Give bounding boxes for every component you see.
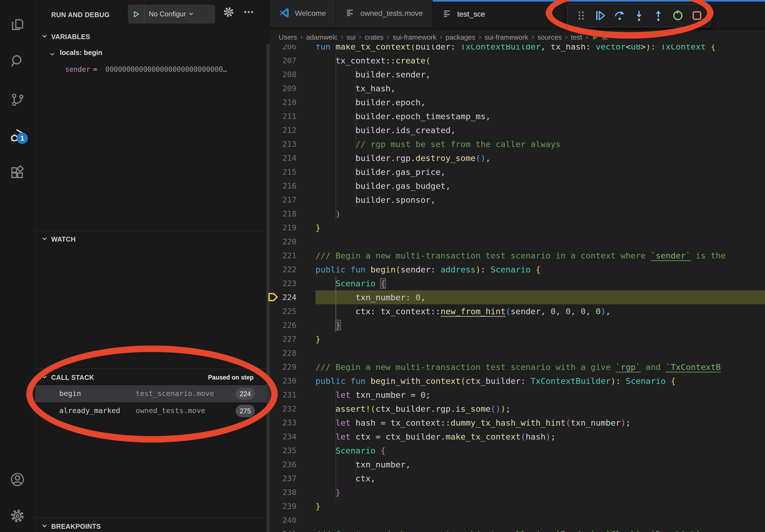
more-actions-icon[interactable] xyxy=(243,6,255,19)
line-number: 219 xyxy=(270,221,297,235)
code-text: /// Begin a new multi-transaction test s… xyxy=(316,360,721,374)
code-text: let txn_number = 0; xyxy=(316,388,430,402)
section-watch[interactable]: WATCH xyxy=(35,232,270,246)
code-line-212[interactable]: 212 builder.ids_created, xyxy=(270,123,765,137)
scope-label: locals: begin xyxy=(60,49,102,57)
extensions-icon[interactable] xyxy=(0,160,35,186)
code-line-207[interactable]: 207 tx_context::create( xyxy=(270,54,765,68)
breadcrumb-item[interactable]: Users xyxy=(279,33,297,42)
frame-file: owned_tests.move xyxy=(136,406,205,415)
line-number: 218 xyxy=(270,207,297,221)
line-number: 209 xyxy=(270,82,297,95)
tab-welcome[interactable]: Welcome xyxy=(270,0,336,27)
code-line-226[interactable]: 226 } xyxy=(270,318,765,332)
line-number: 234 xyxy=(270,430,297,443)
continue-button[interactable] xyxy=(593,8,608,24)
code-line-215[interactable]: 215 builder.gas_price, xyxy=(270,165,765,179)
chevron-down-icon xyxy=(48,50,57,60)
restart-button[interactable] xyxy=(670,8,685,24)
step-into-button[interactable] xyxy=(631,8,646,24)
debug-settings-gear-icon[interactable] xyxy=(223,6,235,19)
breadcrumb-separator-icon: › xyxy=(479,32,481,41)
code-line-210[interactable]: 210 builder.epoch, xyxy=(270,95,765,109)
breadcrumb-item[interactable]: sui xyxy=(347,33,356,42)
code-line-233[interactable]: 233 let hash = tx_context::dummy_tx_hash… xyxy=(270,416,765,430)
call-stack-frame-begin[interactable]: begintest_scenario.move224 xyxy=(35,385,270,402)
code-line-211[interactable]: 211 builder.epoch_timestamp_ms, xyxy=(270,109,765,123)
code-line-224[interactable]: 224 txn_number: 0, xyxy=(270,290,765,304)
breadcrumb-item[interactable]: sui-framework xyxy=(393,33,436,42)
code-line-208[interactable]: 208 builder.sender, xyxy=(270,68,765,82)
code-line-217[interactable]: 217 builder.sponsor, xyxy=(270,193,765,207)
code-line-238[interactable]: 238 } xyxy=(270,485,765,499)
code-line-223[interactable]: 223 Scenario { xyxy=(270,276,765,290)
stop-button[interactable] xyxy=(689,8,704,24)
drag-grip-icon[interactable] xyxy=(574,8,589,24)
code-line-209[interactable]: 209 tx_hash, xyxy=(270,82,765,95)
start-debug-icon[interactable] xyxy=(128,5,145,24)
chevron-down-icon xyxy=(40,372,49,383)
code-line-214[interactable]: 214 builder.rgp.destroy_some(), xyxy=(270,151,765,165)
breadcrumb[interactable]: Users›adamwelc›sui›crates›sui-framework›… xyxy=(270,30,765,45)
line-number: 241 xyxy=(270,527,297,532)
breadcrumb-item[interactable]: test xyxy=(571,33,582,42)
code-line-222[interactable]: 222public fun begin(sender: address): Sc… xyxy=(270,263,765,276)
code-line-221[interactable]: 221/// Begin a new multi-transaction tes… xyxy=(270,249,765,263)
config-dropdown-label: No Configur xyxy=(145,10,186,18)
section-breakpoints[interactable]: BREAKPOINTS xyxy=(35,519,270,532)
run-and-debug-icon[interactable]: 1 xyxy=(0,123,35,149)
debug-config-dropdown[interactable]: No Configur xyxy=(128,5,215,24)
code-line-213[interactable]: 213 // rgp must be set from the caller a… xyxy=(270,137,765,151)
breakpoints-section-label: BREAKPOINTS xyxy=(51,523,101,530)
code-line-227[interactable]: 227} xyxy=(270,332,765,346)
code-text: builder.gas_budget, xyxy=(316,179,450,193)
frame-line-badge: 275 xyxy=(236,405,255,417)
breadcrumb-item[interactable]: adamwelc xyxy=(306,33,338,42)
step-out-button[interactable] xyxy=(651,8,666,24)
code-text: /// Begin a new multi-transaction test s… xyxy=(316,249,726,263)
sidebar-scrollbar[interactable] xyxy=(267,44,270,532)
breadcrumb-item[interactable]: sui-framework xyxy=(485,33,528,42)
breadcrumb-item[interactable]: sources xyxy=(537,33,562,42)
code-line-228[interactable]: 228 xyxy=(270,346,765,360)
code-line-234[interactable]: 234 let ctx = ctx_builder.make_tx_contex… xyxy=(270,430,765,443)
section-variables[interactable]: VARIABLES xyxy=(35,30,270,44)
code-line-225[interactable]: 225 ctx: tx_context::new_from_hint(sende… xyxy=(270,304,765,318)
call-stack-frame-already-marked[interactable]: already_markedowned_tests.move275 xyxy=(35,402,270,419)
variable-name: sender xyxy=(65,65,90,73)
code-line-231[interactable]: 231 let txn_number = 0; xyxy=(270,388,765,402)
code-text: builder.epoch_timestamp_ms, xyxy=(316,109,490,123)
tab-owned-tests-move[interactable]: owned_tests.move xyxy=(336,0,432,27)
code-line-219[interactable]: 219} xyxy=(270,221,765,235)
code-line-240[interactable]: 240 xyxy=(270,513,765,527)
section-divider xyxy=(35,369,270,369)
line-number: 207 xyxy=(270,54,297,68)
section-call-stack[interactable]: CALL STACK Paused on step xyxy=(35,370,270,385)
account-icon[interactable] xyxy=(0,467,35,492)
tab-label: Welcome xyxy=(295,9,326,18)
code-line-216[interactable]: 216 builder.gas_budget, xyxy=(270,179,765,193)
variable-row[interactable]: sender = 0000000000000000000000000000… xyxy=(35,63,270,77)
code-line-229[interactable]: 229/// Begin a new multi-transaction tes… xyxy=(270,360,765,374)
code-line-230[interactable]: 230public fun begin_with_context(ctx_bui… xyxy=(270,374,765,388)
settings-gear-icon[interactable] xyxy=(0,503,35,529)
variables-scope-row[interactable]: locals: begin xyxy=(35,46,270,60)
code-line-237[interactable]: 237 ctx, xyxy=(270,471,765,485)
code-line-232[interactable]: 232 assert!(ctx_builder.rgp.is_some()); xyxy=(270,402,765,416)
breadcrumb-item[interactable]: crates xyxy=(365,33,383,42)
search-icon[interactable] xyxy=(0,48,35,74)
explorer-icon[interactable] xyxy=(0,12,35,38)
code-line-236[interactable]: 236 txn_number, xyxy=(270,457,765,471)
code-text: ) xyxy=(316,207,341,221)
code-line-218[interactable]: 218 ) xyxy=(270,207,765,221)
source-control-icon[interactable] xyxy=(0,87,35,113)
code-text: txn_number: 0, xyxy=(316,290,426,304)
code-text: /// Creates and shares system objects, a… xyxy=(316,527,701,532)
code-line-235[interactable]: 235 Scenario { xyxy=(270,443,765,457)
step-over-button[interactable] xyxy=(612,8,627,24)
breadcrumb-item[interactable]: packages xyxy=(445,33,475,42)
code-line-239[interactable]: 239} xyxy=(270,499,765,513)
breadcrumb-file[interactable]: te xyxy=(591,33,608,42)
code-line-241[interactable]: 241/// Creates and shares system objects… xyxy=(270,527,765,532)
code-line-220[interactable]: 220 xyxy=(270,235,765,249)
